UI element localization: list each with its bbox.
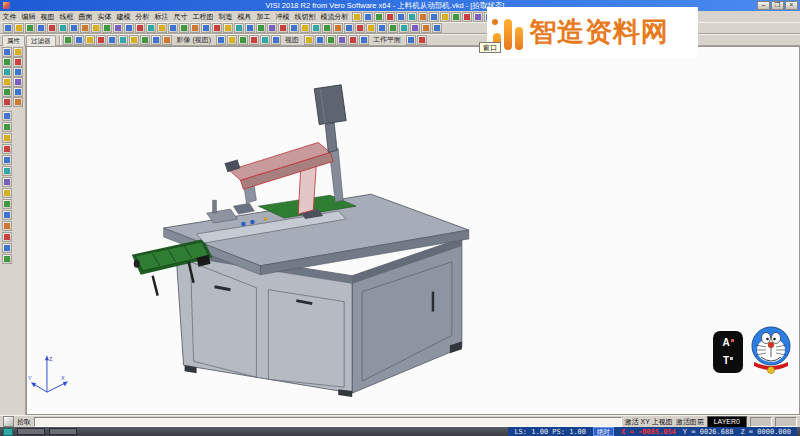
toolbar-icon[interactable] [256, 23, 266, 33]
toolbar-icon[interactable] [58, 23, 68, 33]
snap-settings-icon[interactable] [3, 428, 13, 436]
toolbar-icon[interactable] [63, 35, 73, 45]
toolbar-icon[interactable] [2, 87, 12, 97]
toolbar-icon[interactable] [440, 12, 450, 22]
toolbar-icon[interactable] [2, 210, 12, 220]
toolbar-icon[interactable] [2, 57, 12, 67]
toolbar-icon[interactable] [260, 35, 270, 45]
toolbar-icon[interactable] [396, 12, 406, 22]
toolbar-icon[interactable] [249, 35, 259, 45]
menu-item[interactable]: 制造 [216, 12, 235, 22]
toolbar-icon[interactable] [432, 23, 442, 33]
toolbar-icon[interactable] [399, 23, 409, 33]
panel-tab[interactable]: 属性 [2, 35, 25, 46]
pick-input[interactable] [34, 417, 622, 427]
menu-item[interactable]: 模流分析 [318, 12, 351, 22]
toolbar-icon[interactable] [366, 23, 376, 33]
toolbar-icon[interactable] [2, 199, 12, 209]
toolbar-icon[interactable] [388, 23, 398, 33]
menu-item[interactable]: 视图 [38, 12, 57, 22]
panel-tab[interactable]: 过滤器 [26, 35, 56, 46]
menu-item[interactable]: 分析 [133, 12, 152, 22]
toolbar-icon[interactable] [107, 35, 117, 45]
toolbar-icon[interactable] [363, 12, 373, 22]
toolbar-icon[interactable] [451, 12, 461, 22]
toolbar-icon[interactable] [267, 23, 277, 33]
menu-item[interactable]: 编辑 [19, 12, 38, 22]
toolbar-icon[interactable] [118, 35, 128, 45]
toolbar-icon[interactable] [162, 35, 172, 45]
toolbar-icon[interactable] [223, 23, 233, 33]
toolbar-icon[interactable] [406, 35, 416, 45]
toolbar-icon[interactable] [462, 12, 472, 22]
toolbar-icon[interactable] [227, 35, 237, 45]
toolbar-icon[interactable] [234, 23, 244, 33]
toolbar-icon[interactable] [417, 35, 427, 45]
toolbar-icon[interactable] [74, 35, 84, 45]
toolbar-icon[interactable] [96, 35, 106, 45]
toolbar-icon[interactable] [13, 97, 23, 107]
toolbar-icon[interactable] [85, 35, 95, 45]
toolbar-icon[interactable] [168, 23, 178, 33]
toolbar-icon[interactable] [385, 12, 395, 22]
toolbar-icon[interactable] [2, 155, 12, 165]
toolbar-icon[interactable] [36, 23, 46, 33]
toolbar-icon[interactable] [2, 47, 12, 57]
toolbar-icon[interactable] [2, 188, 12, 198]
toolbar-icon[interactable] [2, 254, 12, 264]
toolbar-icon[interactable] [2, 232, 12, 242]
toolbar-icon[interactable] [2, 122, 12, 132]
toolbar-icon[interactable] [190, 23, 200, 33]
toolbar-icon[interactable] [355, 23, 365, 33]
toolbar-icon[interactable] [124, 23, 134, 33]
toolbar-icon[interactable] [304, 35, 314, 45]
toolbar-icon[interactable] [69, 23, 79, 33]
menu-item[interactable]: 尺寸 [171, 12, 190, 22]
toolbar-icon[interactable] [2, 243, 12, 253]
toolbar-icon[interactable] [135, 23, 145, 33]
menu-item[interactable]: 文件 [0, 12, 19, 22]
toolbar-icon[interactable] [80, 23, 90, 33]
menu-item[interactable]: 模具 [235, 12, 254, 22]
toolbar-icon[interactable] [140, 35, 150, 45]
widget-button[interactable]: A [722, 338, 733, 348]
toolbar-icon[interactable] [2, 177, 12, 187]
toolbar-icon[interactable] [2, 67, 12, 77]
active-layer-button[interactable]: LAYER0 [707, 416, 747, 428]
toolbar-icon[interactable] [311, 23, 321, 33]
toolbar-icon[interactable] [377, 23, 387, 33]
toolbar-icon[interactable] [157, 23, 167, 33]
toolbar-icon[interactable] [407, 12, 417, 22]
toolbar-icon[interactable] [13, 57, 23, 67]
toolbar-icon[interactable] [245, 23, 255, 33]
menu-item[interactable]: 标注 [152, 12, 171, 22]
toolbar-icon[interactable] [14, 23, 24, 33]
active-view-info[interactable]: 激活 XY 上视图 [625, 417, 673, 427]
toolbar-icon[interactable] [2, 166, 12, 176]
toolbar-icon[interactable] [326, 35, 336, 45]
toolbar-icon[interactable] [3, 23, 13, 33]
toolbar-icon[interactable] [201, 23, 211, 33]
toolbar-icon[interactable] [271, 35, 281, 45]
toolbar-icon[interactable] [352, 12, 362, 22]
cad-model-3d[interactable]: Z X Y [27, 47, 799, 414]
widget-button[interactable]: T [723, 356, 733, 366]
toolbar-icon[interactable] [333, 23, 343, 33]
toolbar-icon[interactable] [374, 12, 384, 22]
coordinate-mode-button[interactable]: 绝对 [593, 427, 614, 436]
toolbar-icon[interactable] [129, 35, 139, 45]
toolbar-icon[interactable] [13, 87, 23, 97]
toolbar-icon[interactable] [2, 144, 12, 154]
toolbar-icon[interactable] [418, 12, 428, 22]
toolbar-icon[interactable] [348, 35, 358, 45]
toolbar-icon[interactable] [179, 23, 189, 33]
maximize-button[interactable]: ❐ [771, 1, 784, 10]
toolbar-icon[interactable] [421, 23, 431, 33]
toolbar-icon[interactable] [322, 23, 332, 33]
toolbar-icon[interactable] [315, 35, 325, 45]
toolbar-icon[interactable] [2, 111, 12, 121]
toolbar-icon[interactable] [2, 133, 12, 143]
toolbar-icon[interactable] [359, 35, 369, 45]
toolbar-icon[interactable] [238, 35, 248, 45]
toolbar-icon[interactable] [429, 12, 439, 22]
